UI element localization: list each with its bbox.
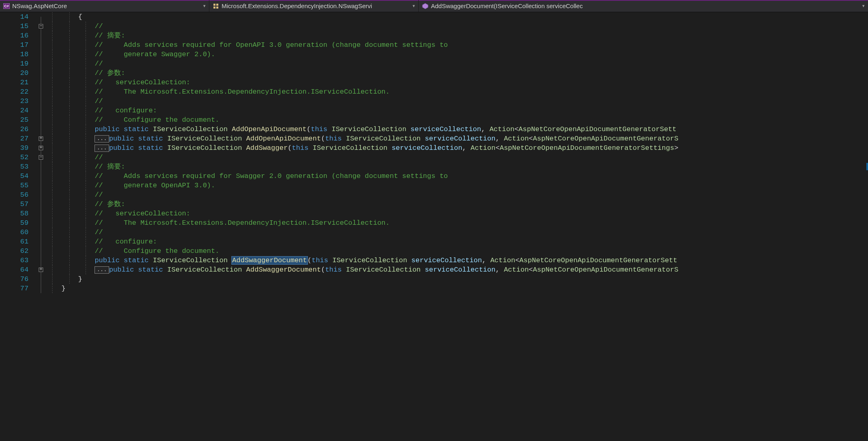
line-number: 61 [0, 237, 37, 246]
outline-guide [37, 106, 45, 115]
code-line: 17 // Adds services required for OpenAPI… [0, 40, 868, 50]
fold-toggle[interactable]: + [39, 268, 43, 272]
code-text[interactable]: // [45, 228, 868, 237]
code-line: 77 } [0, 284, 868, 293]
code-text[interactable]: // Adds services required for OpenAPI 3.… [45, 40, 868, 50]
outline-guide: + [37, 134, 45, 143]
code-line: 52− // [0, 153, 868, 162]
code-text[interactable]: // serviceCollection: [45, 209, 868, 218]
code-text[interactable]: ...public static IServiceCollection AddS… [45, 265, 868, 274]
code-line: 62 // Configure the document. [0, 246, 868, 256]
fold-toggle[interactable]: + [39, 146, 43, 150]
code-line: 16 // 摘要: [0, 31, 868, 40]
line-number: 21 [0, 78, 37, 87]
code-text[interactable]: // Configure the document. [45, 246, 868, 256]
code-text[interactable]: } [45, 284, 868, 293]
code-text[interactable]: // [45, 59, 868, 68]
line-number: 55 [0, 181, 37, 190]
code-text[interactable]: } [45, 274, 868, 284]
svg-rect-1 [216, 4, 218, 6]
outline-guide [37, 115, 45, 125]
collapsed-region[interactable]: ... [94, 145, 109, 152]
code-line: 24 // configure: [0, 106, 868, 115]
code-text[interactable]: // The Microsoft.Extensions.DependencyIn… [45, 87, 868, 97]
nav-class-dropdown[interactable]: Microsoft.Extensions.DependencyInjection… [209, 0, 419, 12]
code-text[interactable]: // serviceCollection: [45, 78, 868, 87]
code-text[interactable]: // [45, 22, 868, 31]
code-line: 27+ ...public static IServiceCollection … [0, 134, 868, 143]
collapsed-region[interactable]: ... [94, 135, 109, 143]
outline-guide [37, 171, 45, 181]
code-text[interactable]: // Adds services required for Swagger 2.… [45, 171, 868, 181]
line-number: 64 [0, 265, 37, 274]
outline-guide [37, 78, 45, 87]
code-text[interactable]: // configure: [45, 237, 868, 246]
outline-guide [37, 31, 45, 40]
code-line: 63 public static IServiceCollection AddS… [0, 256, 868, 265]
code-line: 58 // serviceCollection: [0, 209, 868, 218]
code-text[interactable]: // 摘要: [45, 162, 868, 171]
nav-scope-label: NSwag.AspNetCore [12, 2, 67, 9]
method-icon [422, 3, 429, 9]
outline-guide [37, 246, 45, 256]
code-text[interactable]: // Configure the document. [45, 115, 868, 125]
line-number: 14 [0, 12, 37, 22]
code-editor[interactable]: 14 {15− //16 // 摘要:17 // Adds services r… [0, 12, 868, 441]
line-number: 63 [0, 256, 37, 265]
overview-ruler[interactable] [866, 12, 868, 441]
nav-class-label: Microsoft.Extensions.DependencyInjection… [222, 2, 372, 9]
code-text[interactable]: // [45, 190, 868, 200]
code-line: 26 public static IServiceCollection AddO… [0, 125, 868, 134]
outline-guide [37, 68, 45, 78]
code-text[interactable]: // 参数: [45, 200, 868, 209]
line-number: 52 [0, 153, 37, 162]
outline-guide [37, 200, 45, 209]
line-number: 77 [0, 284, 37, 293]
code-text[interactable]: // 参数: [45, 68, 868, 78]
outline-guide [37, 209, 45, 218]
code-text[interactable]: // configure: [45, 106, 868, 115]
class-icon [213, 3, 219, 9]
code-text[interactable]: { [45, 12, 868, 22]
code-line: 14 { [0, 12, 868, 22]
outline-guide [37, 218, 45, 228]
line-number: 54 [0, 171, 37, 181]
nav-member-label: AddSwaggerDocument(IServiceCollection se… [431, 2, 583, 9]
outline-guide: − [37, 153, 45, 162]
line-number: 56 [0, 190, 37, 200]
code-text[interactable]: // [45, 97, 868, 106]
nav-scope-dropdown[interactable]: C# NSwag.AspNetCore ▾ [0, 0, 209, 12]
code-navigation-bar: C# NSwag.AspNetCore ▾ Microsoft.Extensio… [0, 0, 868, 12]
line-number: 20 [0, 68, 37, 78]
outline-guide [37, 50, 45, 59]
line-number: 16 [0, 31, 37, 40]
line-number: 53 [0, 162, 37, 171]
code-text[interactable]: // 摘要: [45, 31, 868, 40]
code-text[interactable]: // generate OpenAPI 3.0). [45, 181, 868, 190]
collapsed-region[interactable]: ... [94, 266, 109, 274]
fold-toggle[interactable]: + [39, 136, 43, 141]
code-line: 54 // Adds services required for Swagger… [0, 171, 868, 181]
chevron-down-icon: ▾ [860, 3, 865, 9]
code-text[interactable]: ...public static IServiceCollection AddS… [45, 143, 868, 153]
line-number: 57 [0, 200, 37, 209]
line-number: 27 [0, 134, 37, 143]
code-line: 23 // [0, 97, 868, 106]
outline-guide [37, 181, 45, 190]
fold-toggle[interactable]: − [39, 24, 43, 29]
nav-member-dropdown[interactable]: AddSwaggerDocument(IServiceCollection se… [419, 0, 868, 12]
code-text[interactable]: // The Microsoft.Extensions.DependencyIn… [45, 218, 868, 228]
chevron-down-icon: ▾ [201, 3, 206, 9]
code-line: 55 // generate OpenAPI 3.0). [0, 181, 868, 190]
outline-guide [37, 40, 45, 50]
code-line: 22 // The Microsoft.Extensions.Dependenc… [0, 87, 868, 97]
code-text[interactable]: // generate Swagger 2.0). [45, 50, 868, 59]
fold-toggle[interactable]: − [39, 155, 43, 160]
line-number: 60 [0, 228, 37, 237]
code-text[interactable]: public static IServiceCollection AddSwag… [45, 256, 868, 265]
code-text[interactable]: // [45, 153, 868, 162]
code-text[interactable]: ...public static IServiceCollection AddO… [45, 134, 868, 143]
code-text[interactable]: public static IServiceCollection AddOpen… [45, 125, 868, 134]
outline-guide: − [37, 22, 45, 31]
outline-guide [37, 274, 45, 284]
